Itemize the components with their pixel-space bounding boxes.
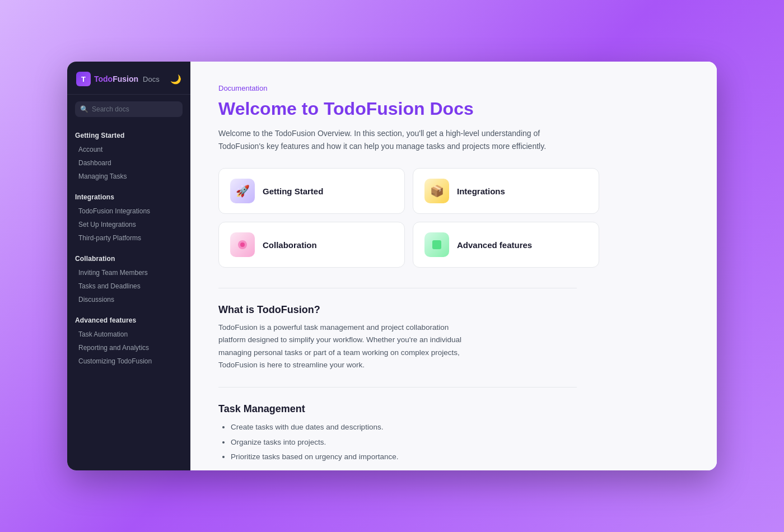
list-item: Create tasks with due dates and descript…	[231, 421, 689, 434]
nav-item-third-party[interactable]: Third-party Platforms	[75, 231, 183, 245]
nav-section-title-adv: Advanced features	[75, 316, 183, 324]
what-is-title: What is TodoFusion?	[218, 304, 689, 316]
logo-text: TodoFusion	[94, 74, 138, 83]
nav-item-account[interactable]: Account	[75, 143, 183, 156]
nav-item-customizing[interactable]: Customizing TodoFusion	[75, 354, 183, 368]
svg-rect-2	[432, 240, 441, 249]
logo: T TodoFusion Docs	[76, 72, 160, 86]
logo-icon: T	[76, 72, 91, 86]
card-icon-collaboration	[230, 232, 255, 257]
nav-section-getting-started: Getting Started Account Dashboard Managi…	[67, 124, 190, 185]
task-mgmt-title: Task Management	[218, 403, 689, 415]
nav-item-managing-tasks[interactable]: Managing Tasks	[75, 170, 183, 183]
svg-point-1	[240, 242, 245, 247]
nav-item-inviting-team[interactable]: Inviting Team Members	[75, 266, 183, 279]
theme-toggle-icon[interactable]: 🌙	[170, 74, 181, 85]
nav-item-discussions[interactable]: Discussions	[75, 293, 183, 306]
list-item: Organize tasks into projects.	[231, 436, 689, 449]
divider-2	[218, 387, 577, 388]
card-label-advanced: Advanced features	[457, 240, 532, 250]
breadcrumb: Documentation	[218, 84, 689, 92]
card-advanced-features[interactable]: Advanced features	[413, 222, 599, 268]
docs-label: Docs	[143, 75, 160, 83]
intro-text: Welcome to the TodoFusion Overview. In t…	[218, 127, 577, 152]
page-title: Welcome to TodoFusion Docs	[218, 98, 689, 119]
nav-item-dashboard[interactable]: Dashboard	[75, 156, 183, 170]
search-input[interactable]	[75, 101, 183, 117]
nav-section-title-col: Collabration	[75, 255, 183, 263]
nav-section-collabration: Collabration Inviting Team Members Tasks…	[67, 247, 190, 309]
main-content: Documentation Welcome to TodoFusion Docs…	[190, 62, 717, 470]
app-window: T TodoFusion Docs 🌙 🔍 Getting Started Ac…	[67, 62, 717, 470]
card-label-integrations: Integrations	[457, 186, 505, 196]
card-icon-getting-started: 🚀	[230, 179, 255, 203]
what-is-text: TodoFusion is a powerful task management…	[218, 321, 476, 371]
card-icon-advanced	[424, 232, 449, 257]
task-mgmt-list: Create tasks with due dates and descript…	[218, 421, 689, 464]
divider-1	[218, 288, 577, 288]
card-label-getting-started: Getting Started	[263, 186, 323, 196]
card-integrations[interactable]: 📦 Integrations	[413, 168, 599, 214]
card-getting-started[interactable]: 🚀 Getting Started	[218, 168, 405, 214]
card-icon-integrations: 📦	[424, 179, 449, 203]
nav-section-title-int: Integrations	[75, 193, 183, 201]
search-icon: 🔍	[80, 105, 88, 113]
nav-item-reporting-analytics[interactable]: Reporting and Analytics	[75, 341, 183, 354]
feature-cards-grid: 🚀 Getting Started 📦 Integrations Collabo…	[218, 168, 599, 268]
nav-section-advanced: Advanced features Task Automation Report…	[67, 309, 190, 370]
nav-item-tasks-deadlines[interactable]: Tasks and Deadlines	[75, 279, 183, 293]
card-collaboration[interactable]: Collaboration	[218, 222, 405, 268]
nav-section-integrations: Integrations TodoFusion Integrations Set…	[67, 185, 190, 247]
nav-item-task-automation[interactable]: Task Automation	[75, 328, 183, 341]
list-item: Prioritize tasks based on urgency and im…	[231, 450, 689, 464]
sidebar: T TodoFusion Docs 🌙 🔍 Getting Started Ac…	[67, 62, 190, 470]
nav-item-todofusion-integrations[interactable]: TodoFusion Integrations	[75, 204, 183, 218]
sidebar-header: T TodoFusion Docs 🌙	[67, 62, 190, 95]
nav-section-title-gs: Getting Started	[75, 132, 183, 139]
card-label-collaboration: Collaboration	[263, 240, 317, 250]
search-box[interactable]: 🔍	[75, 101, 183, 117]
nav-item-set-up-integrations[interactable]: Set Up Integrations	[75, 218, 183, 231]
